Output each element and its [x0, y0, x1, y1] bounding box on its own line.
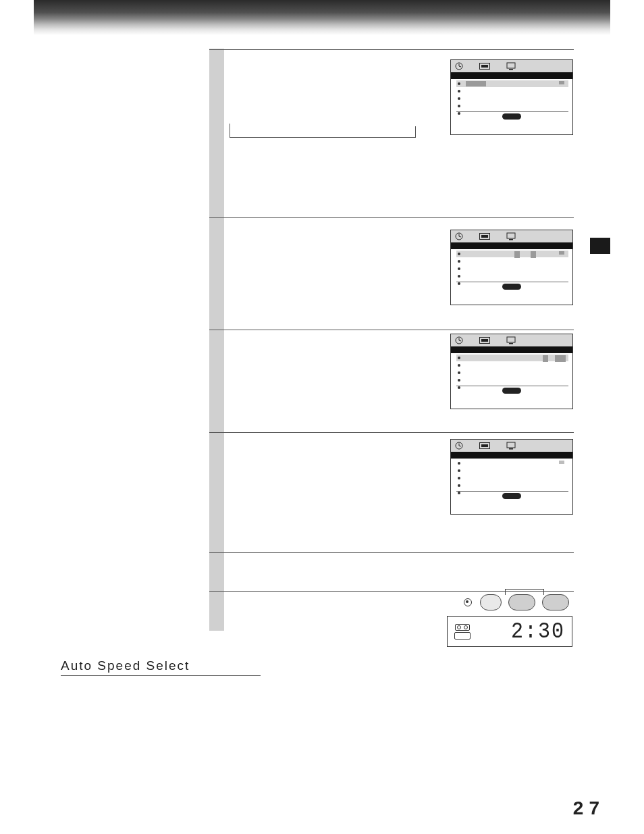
svg-rect-5	[507, 63, 515, 68]
svg-line-2	[459, 66, 461, 67]
section-heading: Auto Speed Select	[61, 658, 261, 676]
menu-header	[451, 346, 572, 353]
menu-body	[451, 79, 572, 122]
svg-rect-18	[481, 339, 488, 342]
clock-icon	[455, 442, 463, 450]
remote-button	[480, 594, 502, 610]
page-number: 27	[573, 798, 605, 819]
menu-diagram	[450, 230, 573, 305]
clock-icon	[455, 62, 463, 70]
svg-rect-4	[481, 65, 488, 68]
tape-icon	[479, 233, 490, 240]
menu-tabs	[451, 230, 572, 242]
record-indicator-icon	[464, 598, 472, 606]
bracket	[230, 126, 416, 138]
svg-rect-26	[507, 442, 515, 448]
menu-header	[451, 242, 572, 249]
tape-icon	[479, 442, 490, 449]
manual-page: 2:30 Auto Speed Select 27	[0, 0, 644, 834]
svg-rect-13	[509, 239, 513, 240]
menu-ok	[502, 388, 521, 394]
rule	[209, 217, 574, 218]
svg-rect-20	[509, 343, 513, 344]
tv-icon	[506, 232, 516, 240]
vcr-display: 2:30	[447, 616, 572, 647]
menu-diagram	[450, 334, 573, 409]
tape-icon	[479, 63, 490, 70]
button-link	[505, 589, 544, 595]
svg-line-23	[459, 446, 461, 446]
menu-row	[456, 355, 568, 361]
header-gradient	[34, 0, 610, 35]
step-column	[209, 49, 224, 631]
edge-tab	[590, 238, 610, 254]
menu-header	[451, 452, 572, 459]
menu-ok	[502, 113, 521, 120]
menu-diagram	[450, 439, 573, 515]
menu-ok	[502, 493, 521, 499]
menu-diagram	[450, 59, 573, 135]
menu-tabs	[451, 334, 572, 346]
menu-row	[456, 460, 568, 467]
menu-ok	[502, 284, 521, 290]
clock-icon	[455, 336, 463, 344]
menu-body	[451, 249, 572, 292]
menu-row	[456, 251, 568, 257]
svg-rect-19	[507, 337, 515, 342]
menu-body	[451, 459, 572, 502]
rule	[209, 432, 574, 433]
svg-line-16	[459, 340, 461, 341]
svg-rect-27	[509, 448, 513, 450]
tape-icon	[479, 337, 490, 344]
svg-rect-6	[509, 69, 513, 70]
display-time: 2:30	[511, 619, 565, 644]
svg-rect-11	[481, 235, 488, 238]
svg-rect-25	[481, 444, 488, 447]
clock-icon	[455, 232, 463, 240]
rule	[209, 330, 574, 330]
menu-row	[456, 80, 568, 87]
rule	[209, 552, 574, 553]
tv-icon	[506, 62, 516, 70]
menu-body	[451, 353, 572, 396]
svg-line-9	[459, 236, 461, 237]
menu-tabs	[451, 60, 572, 72]
rule	[209, 49, 574, 50]
svg-rect-12	[507, 233, 515, 238]
remote-diagram: 2:30	[447, 594, 572, 654]
tv-icon	[506, 336, 516, 344]
remote-button	[508, 594, 535, 610]
cassette-icon	[454, 624, 471, 640]
remote-button	[542, 594, 569, 610]
tv-icon	[506, 442, 516, 450]
remote-buttons	[460, 594, 572, 610]
menu-tabs	[451, 440, 572, 452]
menu-header	[451, 72, 572, 79]
